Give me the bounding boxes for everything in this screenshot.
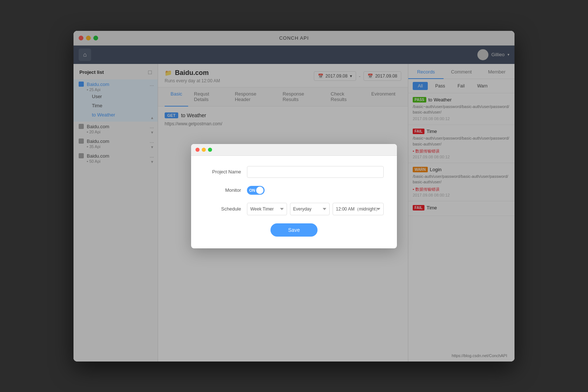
schedule-selects: Week Timer Day Timer Hour Timer Everyday… bbox=[247, 203, 384, 215]
modal-dialog: Project Name Monitor ON Schedule bbox=[191, 144, 397, 248]
form-row-project-name: Project Name bbox=[204, 166, 384, 178]
frequency-select[interactable]: Everyday Weekdays Weekends bbox=[290, 203, 330, 215]
main-window: CONCH API ⌂ Gillieo ▾ Project list □ Bai… bbox=[74, 31, 514, 362]
monitor-toggle[interactable]: ON bbox=[247, 186, 265, 195]
toggle-on-label: ON bbox=[249, 188, 255, 193]
save-button-wrap: Save bbox=[204, 223, 384, 237]
project-name-label: Project Name bbox=[204, 169, 241, 175]
form-row-monitor: Monitor ON bbox=[204, 186, 384, 195]
time-select[interactable]: 12:00 AM（midnight） 6:00 AM 12:00 PM bbox=[333, 203, 384, 215]
project-name-input[interactable] bbox=[247, 166, 384, 178]
modal-overlay: Project Name Monitor ON Schedule bbox=[74, 31, 514, 362]
form-row-schedule: Schedule Week Timer Day Timer Hour Timer… bbox=[204, 203, 384, 215]
modal-close-button[interactable] bbox=[196, 148, 200, 152]
modal-titlebar bbox=[191, 144, 397, 156]
modal-body: Project Name Monitor ON Schedule bbox=[191, 156, 397, 248]
modal-min-button[interactable] bbox=[202, 148, 206, 152]
monitor-label: Monitor bbox=[204, 187, 241, 193]
schedule-label: Schedule bbox=[204, 206, 241, 212]
save-button[interactable]: Save bbox=[270, 223, 318, 237]
modal-max-button[interactable] bbox=[208, 148, 212, 152]
toggle-knob bbox=[256, 187, 263, 194]
week-timer-select[interactable]: Week Timer Day Timer Hour Timer bbox=[247, 203, 287, 215]
